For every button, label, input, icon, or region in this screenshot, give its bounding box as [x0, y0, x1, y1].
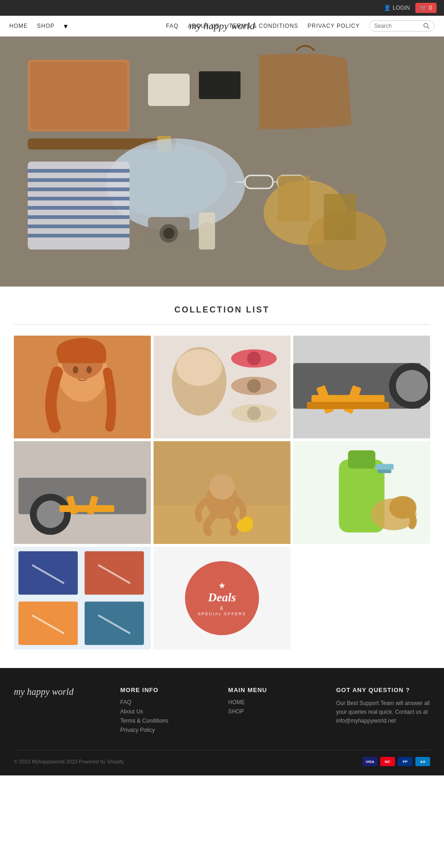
collection-divider — [14, 324, 430, 325]
collection-item-jack1[interactable] — [293, 336, 430, 438]
footer-link-privacy[interactable]: Privacy Policy — [120, 727, 214, 733]
woman-svg — [14, 336, 151, 438]
svg-point-59 — [37, 500, 64, 528]
svg-rect-71 — [348, 450, 375, 468]
svg-point-29 — [198, 223, 215, 239]
footer-link-faq[interactable]: FAQ — [120, 699, 214, 706]
hero-section — [0, 37, 444, 287]
svg-point-68 — [241, 517, 253, 526]
login-button[interactable]: 👤 LOGIN — [384, 5, 410, 11]
hero-background — [0, 37, 444, 287]
collection-item-deals[interactable]: ★ Deals & SPECIAL OFFERS — [154, 547, 290, 649]
nav-shop-chevron: ▾ — [64, 22, 68, 31]
svg-point-0 — [424, 23, 428, 27]
svg-line-1 — [427, 27, 429, 29]
footer-logo-section: my happy world — [14, 687, 106, 736]
collection-item-jack2[interactable] — [14, 441, 151, 544]
hero-image — [0, 37, 444, 287]
svg-rect-72 — [376, 464, 394, 469]
footer-link-home[interactable]: HOME — [228, 699, 322, 706]
collection-section: COLLECTION LIST — [0, 287, 444, 668]
deals-amp: & — [220, 606, 224, 611]
paypal-icon: PP — [398, 757, 413, 766]
top-bar: 👤 LOGIN 🛒 0 — [0, 0, 444, 16]
footer-contact: GOT ANY QUESTION ? Our Best Support Team… — [336, 687, 430, 736]
headbands-svg — [154, 336, 290, 438]
collection-item-jack1-img — [293, 336, 430, 438]
collection-grid: ★ Deals & SPECIAL OFFERS — [14, 336, 430, 649]
deals-circle: ★ Deals & SPECIAL OFFERS — [185, 561, 259, 635]
footer-main-menu-title: MAIN MENU — [228, 687, 322, 693]
jack1-svg — [293, 336, 430, 438]
amex-icon: AX — [415, 757, 430, 766]
search-bar[interactable] — [369, 20, 435, 31]
collection-item-tools[interactable] — [14, 547, 151, 649]
svg-rect-32 — [278, 175, 310, 222]
footer-logo: my happy world — [14, 687, 106, 697]
svg-rect-60 — [60, 505, 114, 512]
collection-item-petbottle[interactable] — [293, 441, 430, 544]
svg-rect-33 — [324, 194, 356, 240]
svg-rect-73 — [378, 469, 392, 473]
svg-rect-55 — [307, 402, 389, 409]
footer-link-terms[interactable]: Terms & Conditions — [120, 718, 214, 724]
nav-faq[interactable]: FAQ — [166, 23, 179, 29]
collection-item-baby[interactable] — [154, 441, 290, 544]
svg-rect-78 — [85, 551, 144, 595]
footer-copyright: © 2023 Myhappyworld 2023 Powered by Shop… — [14, 759, 124, 764]
footer-more-info-title: MORE INFO — [120, 687, 214, 693]
svg-point-27 — [163, 228, 174, 239]
baby-svg — [154, 441, 290, 544]
svg-point-38 — [86, 366, 92, 374]
svg-rect-5 — [148, 74, 190, 106]
collection-item-tools-img — [14, 547, 151, 649]
svg-point-51 — [396, 370, 428, 402]
collection-item-petbottle-img — [293, 441, 430, 544]
svg-rect-79 — [18, 601, 78, 645]
deals-text: Deals — [208, 592, 236, 604]
nav-privacy[interactable]: PRIVACY POLICY — [308, 23, 360, 29]
cart-icon: 🛒 — [420, 5, 427, 11]
footer-more-info: MORE INFO FAQ About Us Terms & Condition… — [120, 687, 214, 736]
svg-rect-6 — [199, 71, 240, 99]
visa-icon: VISA — [363, 757, 377, 766]
svg-point-43 — [247, 352, 261, 366]
nav-left: HOME SHOP ▾ — [9, 22, 68, 31]
svg-point-45 — [247, 379, 261, 393]
collection-item-woman[interactable] — [14, 336, 151, 438]
svg-rect-77 — [18, 551, 78, 595]
user-icon: 👤 — [384, 5, 391, 11]
petbottle-svg — [293, 441, 430, 544]
svg-point-47 — [247, 406, 261, 420]
collection-title: COLLECTION LIST — [14, 305, 430, 315]
footer-link-shop[interactable]: SHOP — [228, 708, 322, 715]
cart-button[interactable]: 🛒 0 — [415, 3, 437, 13]
main-nav: HOME SHOP ▾ my happy world FAQ ABOUT US … — [0, 16, 444, 37]
jack2-svg — [14, 441, 151, 544]
mastercard-icon: MC — [380, 757, 395, 766]
footer-contact-text: Our Best Support Team will answer all yo… — [336, 699, 430, 726]
deals-star-icon: ★ — [218, 581, 226, 591]
collection-item-woman-img — [14, 336, 151, 438]
nav-home[interactable]: HOME — [9, 23, 28, 29]
footer-link-about[interactable]: About Us — [120, 708, 214, 715]
payment-icons: VISA MC PP AX — [363, 757, 430, 766]
tools-svg — [14, 547, 151, 649]
svg-point-37 — [73, 366, 78, 374]
site-logo: my happy world — [189, 20, 255, 32]
svg-point-66 — [209, 474, 234, 500]
collection-item-deals-img: ★ Deals & SPECIAL OFFERS — [154, 547, 290, 649]
footer-top: my happy world MORE INFO FAQ About Us Te… — [14, 687, 430, 736]
deals-sub: SPECIAL OFFERS — [198, 612, 247, 616]
collection-item-baby-img — [154, 441, 290, 544]
search-icon — [423, 23, 430, 29]
footer-bottom: © 2023 Myhappyworld 2023 Powered by Shop… — [14, 750, 430, 766]
nav-shop[interactable]: SHOP — [37, 23, 55, 29]
search-input[interactable] — [374, 23, 420, 29]
collection-item-headbands-img — [154, 336, 290, 438]
footer-contact-title: GOT ANY QUESTION ? — [336, 687, 430, 693]
collection-item-jack2-img — [14, 441, 151, 544]
svg-rect-80 — [85, 601, 144, 645]
collection-item-headbands[interactable] — [154, 336, 290, 438]
footer-main-menu: MAIN MENU HOME SHOP — [228, 687, 322, 736]
